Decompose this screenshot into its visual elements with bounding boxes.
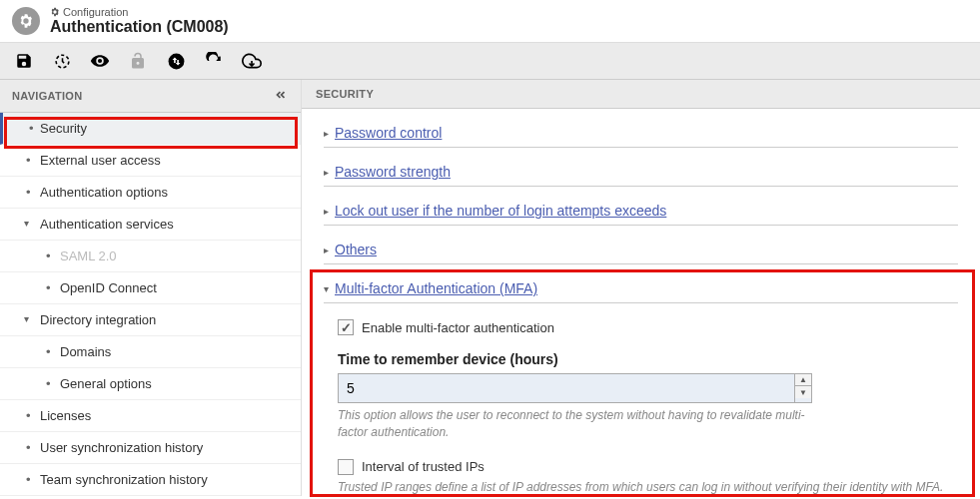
collapse-icon[interactable] [273,88,289,104]
time-remember-field: ▲ ▼ [338,373,812,403]
transfer-icon[interactable] [166,51,186,71]
config-breadcrumb: Configuration [50,6,229,18]
save-icon[interactable] [14,51,34,71]
content: SECURITY ▸ Password control ▸ Password s… [302,80,980,496]
section-password-control[interactable]: ▸ Password control [324,119,958,148]
svg-point-1 [168,53,184,69]
gear-icon [50,7,60,17]
section-mfa[interactable]: ▾ Multi-factor Authentication (MFA) [324,274,958,303]
sidebar-item-team-sync[interactable]: Team synchronization history [0,464,301,496]
section-password-strength[interactable]: ▸ Password strength [324,158,958,187]
time-remember-help: This option allows the user to reconnect… [338,407,812,441]
time-remember-label: Time to remember device (hours) [338,351,958,367]
sidebar-item-authentication-options[interactable]: Authentication options [0,177,301,209]
chevron-right-icon: ▸ [324,245,329,255]
eye-icon[interactable] [90,51,110,71]
enable-mfa-checkbox[interactable] [338,319,354,335]
sidebar-item-licenses[interactable]: Licenses [0,400,301,432]
sidebar-item-security[interactable]: Security [0,113,301,145]
sidebar: NAVIGATION Security External user access… [0,80,302,496]
chevron-right-icon: ▸ [324,206,329,217]
chevron-down-icon: ▾ [324,283,329,294]
sidebar-item-directory-integration[interactable]: Directory integration [0,304,301,336]
page-title: Authentication (CM008) [50,18,229,36]
refresh-icon[interactable] [204,51,224,71]
spinner-up-icon[interactable]: ▲ [795,374,811,386]
cloud-download-icon[interactable] [242,51,262,71]
sidebar-item-external-user-access[interactable]: External user access [0,145,301,177]
chevron-right-icon: ▸ [324,128,329,139]
trusted-ip-label: Interval of trusted IPs [362,459,485,474]
section-lockout[interactable]: ▸ Lock out user if the number of login a… [324,197,958,226]
mfa-panel: Enable multi-factor authentication Time … [324,313,958,495]
sidebar-item-authentication-services[interactable]: Authentication services [0,209,301,241]
sidebar-item-user-sync[interactable]: User synchronization history [0,432,301,464]
sidebar-item-domains[interactable]: Domains [0,336,301,368]
trusted-ip-checkbox[interactable] [338,459,354,475]
trusted-ip-help: Trusted IP ranges define a list of IP ad… [338,479,958,496]
chevron-right-icon: ▸ [324,167,329,178]
page-header: Configuration Authentication (CM008) [0,0,980,43]
unlock-icon[interactable] [128,51,148,71]
toolbar [0,43,980,80]
enable-mfa-label: Enable multi-factor authentication [362,320,554,335]
gear-circle-icon [12,7,40,35]
content-header: SECURITY [302,80,980,109]
time-remember-input[interactable] [339,374,794,402]
sidebar-header: NAVIGATION [0,80,301,113]
spinner-down-icon[interactable]: ▼ [795,386,811,398]
sidebar-item-saml[interactable]: SAML 2.0 [0,241,301,272]
sidebar-item-general-options[interactable]: General options [0,368,301,400]
sidebar-item-openid[interactable]: OpenID Connect [0,272,301,304]
sync-icon[interactable] [52,51,72,71]
section-others[interactable]: ▸ Others [324,236,958,264]
